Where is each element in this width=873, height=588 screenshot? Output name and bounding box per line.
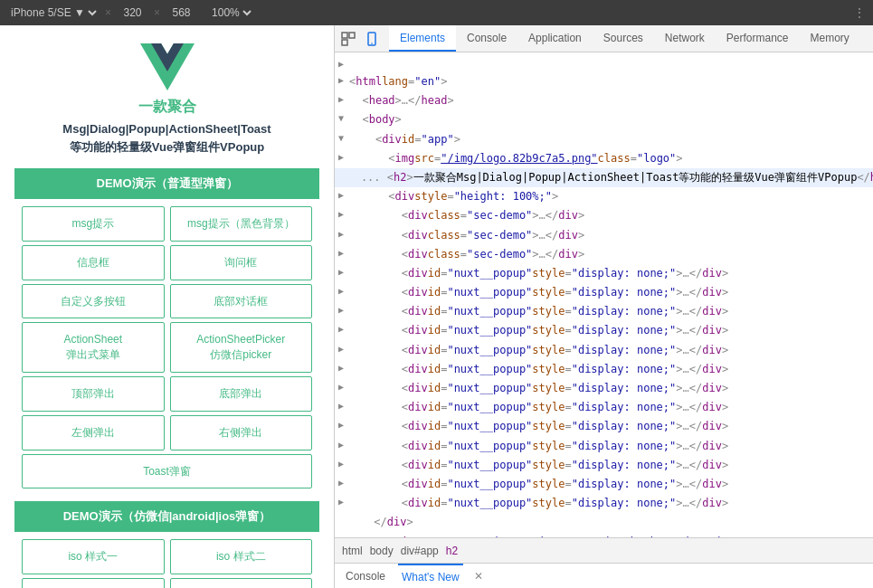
more-options-icon[interactable]: ⋮ [853,5,866,20]
code-line[interactable]: ▶ <div class="sec-demo">…</div> [335,206,873,225]
tab-elements[interactable]: Elements [389,25,456,52]
toggle-icon[interactable]: ▶ [335,188,347,203]
btn-bottom-dialog[interactable]: 底部对话框 [170,284,313,319]
code-line[interactable]: ▶ <div id="nuxt__popup" style="display: … [335,475,873,494]
tab-sources[interactable]: Sources [593,25,654,52]
tab-application[interactable]: Application [517,25,593,52]
device-select[interactable]: iPhone 5/SE ▼ [7,5,100,20]
toggle-icon[interactable]: ▶ [335,418,347,432]
toggle-icon[interactable]: ▶ [335,457,347,471]
code-line[interactable]: ▶ <img src="/img/logo.82b9c7a5.png" clas… [335,149,873,168]
toggle-icon[interactable]: ▶ [335,150,347,165]
code-line[interactable]: ▶ <div id="nuxt__popup" style="display: … [335,283,873,302]
code-line[interactable]: ... <h2>一款聚合Msg|Dialog|Popup|ActionSheet… [335,168,873,187]
btn-grid-toast: Toast弹窗 [14,454,319,489]
btn-left-popup[interactable]: 左侧弹出 [22,415,165,450]
inspect-icon[interactable] [338,29,358,49]
toggle-icon[interactable]: ▶ [335,92,347,107]
toggle-icon[interactable]: ▼ [335,111,347,126]
toggle-icon[interactable]: ▶ [335,342,347,356]
code-line[interactable]: ▶ <div id="nuxt__popup" style="display: … [335,302,873,321]
code-line[interactable]: ▶ <div class="sec-demo">…</div> [335,245,873,264]
breadcrumb-html[interactable]: html [342,545,363,557]
toggle-icon[interactable]: ▶ [335,476,347,490]
code-line[interactable]: ▶ <div id="nuxt__popup" style="display: … [335,398,873,417]
btn-android2[interactable]: android 样式二 [170,578,313,588]
dim-separator: × [105,6,111,19]
width-input[interactable] [117,6,148,19]
bottom-console-area: Console What's New ✕ [335,563,873,588]
code-line[interactable]: ▼ <body> [335,110,873,129]
btn-info[interactable]: 信息框 [22,245,165,280]
toggle-icon[interactable]: ▶ [335,303,347,318]
code-line[interactable]: </div> [335,513,873,532]
toggle-icon[interactable]: ▶ [335,246,347,261]
close-tag: </div> [335,514,873,531]
tab-console[interactable]: Console [456,25,517,52]
svg-rect-1 [349,33,355,38]
toggle-icon[interactable]: ▶ [335,73,347,88]
btn-grid-3: 自定义多按钮 底部对话框 [14,284,319,319]
code-line[interactable]: ▶ <div id="nuxt__popup" style="display: … [335,360,873,379]
toggle-icon[interactable]: ▶ [335,361,347,375]
code-line[interactable]: ▶ [335,56,873,72]
breadcrumb-h2[interactable]: h2 [446,545,458,557]
zoom-select[interactable]: 100% [208,5,254,20]
btn-right-popup[interactable]: 右侧弹出 [170,415,313,450]
code-line[interactable]: ▶ <head>…</head> [335,91,873,110]
app-subtitle: Msg|Dialog|Popup|ActionSheet|Toast 等功能的轻… [62,120,270,156]
close-whatsnew-icon[interactable]: ✕ [474,570,483,583]
code-line[interactable]: ▶ <div id="nuxt__popup" style="display: … [335,494,873,513]
toggle-icon[interactable]: ▶ [335,57,347,71]
btn-actionsheet-picker[interactable]: ActionSheetPicker 仿微信picker [170,322,313,373]
btn-android1[interactable]: android 样式一 [22,578,165,588]
code-line[interactable]: ▶ <div style="height: 100%;"> [335,187,873,206]
height-input[interactable] [166,6,197,19]
bottom-tab-console[interactable]: Console [342,564,389,588]
btn-ask[interactable]: 询问框 [170,245,313,280]
svg-rect-0 [342,33,347,38]
main-container: 一款聚合 Msg|Dialog|Popup|ActionSheet|Toast … [0,25,873,588]
btn-toast[interactable]: Toast弹窗 [22,454,312,489]
breadcrumb-body[interactable]: body [370,545,394,557]
device-icon[interactable] [362,29,382,49]
toggle-icon[interactable]: ▶ [335,380,347,394]
toggle-icon[interactable]: ▶ [335,227,347,242]
tab-network[interactable]: Network [654,25,716,52]
code-line[interactable]: ▶ <div id="nuxt__popup" style="display: … [335,437,873,456]
btn-msg2[interactable]: msg提示（黑色背景） [170,206,313,242]
toggle-icon[interactable]: ▶ [335,284,347,299]
breadcrumb-div[interactable]: div#app [401,545,439,557]
code-line[interactable]: ▶ <div id="nuxt__popup" style="display: … [335,379,873,398]
code-line[interactable]: ▶ <div id="nuxt__popup" style="display: … [335,264,873,283]
vue-logo [140,43,195,90]
btn-ios2[interactable]: iso 样式二 [170,539,313,574]
phone-panel: 一款聚合 Msg|Dialog|Popup|ActionSheet|Toast … [0,25,335,588]
code-line[interactable]: ▶ <div id="nuxt__popup" style="display: … [335,341,873,360]
btn-actionsheet[interactable]: ActionSheet 弹出式菜单 [22,322,165,373]
code-line[interactable]: ▶ <div id="nuxt__popup" style="display: … [335,456,873,475]
btn-ios1[interactable]: iso 样式一 [22,539,165,574]
code-line[interactable]: ▶ <div id="nuxt__popup" style="display: … [335,417,873,436]
toggle-icon[interactable]: ▼ [335,131,347,146]
tab-memory[interactable]: Memory [800,25,860,52]
toggle-icon[interactable]: ▶ [335,399,347,413]
btn-grid-4: ActionSheet 弹出式菜单 ActionSheetPicker 仿微信p… [14,322,319,373]
toggle-icon[interactable]: ▶ [335,438,347,452]
code-line[interactable]: ▶ <div id="nuxt__popup" style="display: … [335,321,873,340]
code-line[interactable]: ▶<html lang="en"> [335,72,873,91]
code-line[interactable]: ▼ <div id="app"> [335,130,873,149]
toggle-icon[interactable]: ▶ [335,207,347,222]
devtools-panel: Elements Console Application Sources Net… [335,25,873,588]
btn-bottom-popup[interactable]: 底部弹出 [170,376,313,412]
toggle-icon[interactable]: ▶ [335,322,347,337]
btn-top-popup[interactable]: 顶部弹出 [22,376,165,412]
btn-custom-multi[interactable]: 自定义多按钮 [22,284,165,319]
bottom-tab-whatsnew[interactable]: What's New [398,564,463,588]
tab-performance[interactable]: Performance [716,25,800,52]
btn-msg1[interactable]: msg提示 [22,206,165,242]
toggle-icon[interactable]: ▶ [335,265,347,280]
btn-grid-6: 左侧弹出 右侧弹出 [14,415,319,450]
code-line[interactable]: ▶ <div class="sec-demo">…</div> [335,226,873,245]
toggle-icon[interactable]: ▶ [335,495,347,509]
